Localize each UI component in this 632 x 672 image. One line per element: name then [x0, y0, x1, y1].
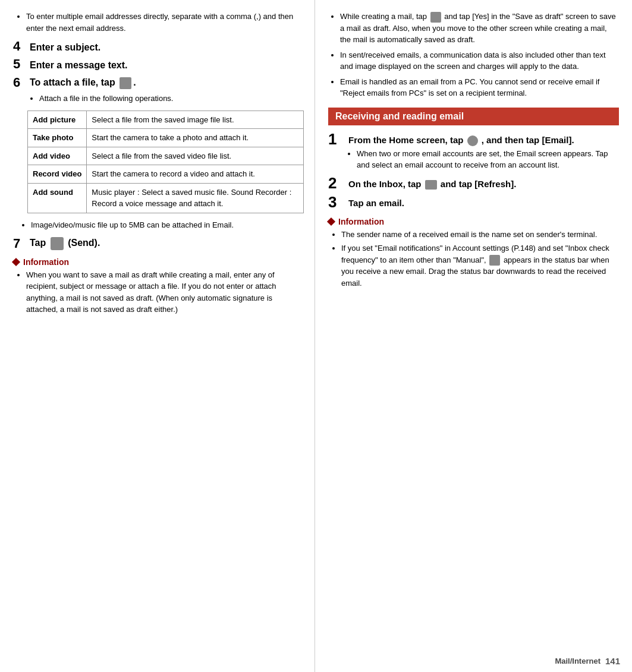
right-step-1-num: 1	[328, 131, 348, 147]
draft-icon	[430, 12, 441, 23]
attach-intro-list: Attach a file in the following operation…	[39, 93, 304, 105]
step-6-text: To attach a file, tap .	[30, 76, 136, 89]
right-step-3-title: Tap an email.	[348, 197, 619, 209]
right-step-1: 1 From the Home screen, tap , and then t…	[328, 134, 619, 173]
desc-cell: Select a file from the saved image file …	[87, 111, 304, 129]
table-row: Add picture Select a file from the saved…	[28, 111, 304, 129]
page-container: To enter multiple email addresses direct…	[0, 0, 632, 672]
left-info-block: Information When you want to save a mail…	[13, 257, 304, 316]
right-step-3-content: Tap an email.	[348, 197, 619, 211]
action-cell: Add picture	[28, 111, 87, 129]
after-table-bullet: Image/video/music file up to 5MB can be …	[31, 219, 304, 231]
left-column: To enter multiple email addresses direct…	[0, 0, 315, 672]
desc-cell: Music player : Select a saved music file…	[87, 183, 304, 213]
attach-icon	[120, 77, 131, 89]
table-row: Add sound Music player : Select a saved …	[28, 183, 304, 213]
step-7-text: Tap (Send).	[30, 236, 100, 250]
step-4-num: 4	[13, 40, 30, 53]
diamond-icon	[12, 258, 20, 266]
right-info-heading: Information	[328, 217, 619, 226]
right-step-2-title: On the Inbox, tap and tap [Refresh].	[348, 178, 619, 190]
right-info-bullet-1: The sender name of a received email is t…	[341, 229, 619, 241]
left-info-bullet-1: When you want to save a mail as draft wh…	[26, 269, 304, 316]
action-cell: Add sound	[28, 183, 87, 213]
right-top-bullets: While creating a mail, tap and tap [Yes]…	[340, 11, 619, 99]
right-step-1-bullets: When two or more email accounts are set,…	[357, 148, 619, 171]
footer-pagenum: 141	[605, 656, 620, 666]
intro-bullet-1: To enter multiple email addresses direct…	[26, 11, 304, 34]
desc-cell: Select a file from the saved video file …	[87, 147, 304, 165]
left-info-heading: Information	[13, 257, 304, 267]
right-step-1-content: From the Home screen, tap , and then tap…	[348, 134, 619, 173]
page-footer: Mail/Internet 141	[555, 656, 620, 666]
table-row: Take photo Start the camera to take a ph…	[28, 129, 304, 147]
table-row: Add video Select a file from the saved v…	[28, 147, 304, 165]
section-header: Receiving and reading email	[328, 108, 619, 125]
after-table-list: Image/video/music file up to 5MB can be …	[31, 219, 304, 231]
right-info-bullet-2: If you set "Email notifications" in Acco…	[341, 242, 619, 289]
desc-cell: Start the camera to record a video and a…	[87, 165, 304, 184]
step-6-num: 6	[13, 76, 30, 89]
diamond-icon-right	[327, 217, 335, 226]
action-cell: Record video	[28, 165, 87, 184]
step-5: 5 Enter a message text.	[13, 58, 304, 72]
right-step-2: 2 On the Inbox, tap and tap [Refresh].	[328, 178, 619, 192]
right-top-bullet-3: Email is handled as an email from a PC. …	[340, 76, 619, 99]
step-7: 7 Tap (Send).	[13, 236, 304, 250]
left-info-bullets: When you want to save a mail as draft wh…	[26, 269, 304, 316]
attach-table: Add picture Select a file from the saved…	[27, 111, 304, 213]
right-step-1-title: From the Home screen, tap , and then tap…	[348, 134, 619, 146]
right-info-bullets: The sender name of a received email is t…	[341, 229, 619, 289]
attach-intro-bullet: Attach a file in the following operation…	[39, 93, 304, 105]
step-4-text: Enter a subject.	[30, 41, 100, 54]
right-info-block: Information The sender name of a receive…	[328, 217, 619, 289]
desc-cell: Start the camera to take a photo and att…	[87, 129, 304, 147]
menu-icon	[425, 180, 437, 190]
action-cell: Take photo	[28, 129, 87, 147]
right-step-3-num: 3	[328, 194, 348, 210]
attach-table-body: Add picture Select a file from the saved…	[28, 111, 304, 213]
send-icon	[51, 237, 64, 250]
table-row: Record video Start the camera to record …	[28, 165, 304, 184]
right-top-bullet-2: In sent/received emails, a communication…	[340, 49, 619, 72]
right-step-2-num: 2	[328, 175, 348, 191]
footer-category: Mail/Internet	[555, 657, 600, 665]
right-step-2-content: On the Inbox, tap and tap [Refresh].	[348, 178, 619, 192]
right-column: While creating a mail, tap and tap [Yes]…	[315, 0, 632, 672]
notification-icon	[489, 255, 500, 266]
intro-bullet-list: To enter multiple email addresses direct…	[26, 11, 304, 34]
home-icon	[467, 135, 478, 146]
step-5-text: Enter a message text.	[30, 59, 128, 72]
right-step-3: 3 Tap an email.	[328, 197, 619, 211]
step-7-num: 7	[13, 237, 30, 250]
step-4: 4 Enter a subject.	[13, 40, 304, 54]
action-cell: Add video	[28, 147, 87, 165]
right-step-1-bullet-1: When two or more email accounts are set,…	[357, 148, 619, 171]
step-6: 6 To attach a file, tap .	[13, 76, 304, 89]
step-5-num: 5	[13, 58, 30, 71]
right-top-bullet-1: While creating a mail, tap and tap [Yes]…	[340, 11, 619, 46]
